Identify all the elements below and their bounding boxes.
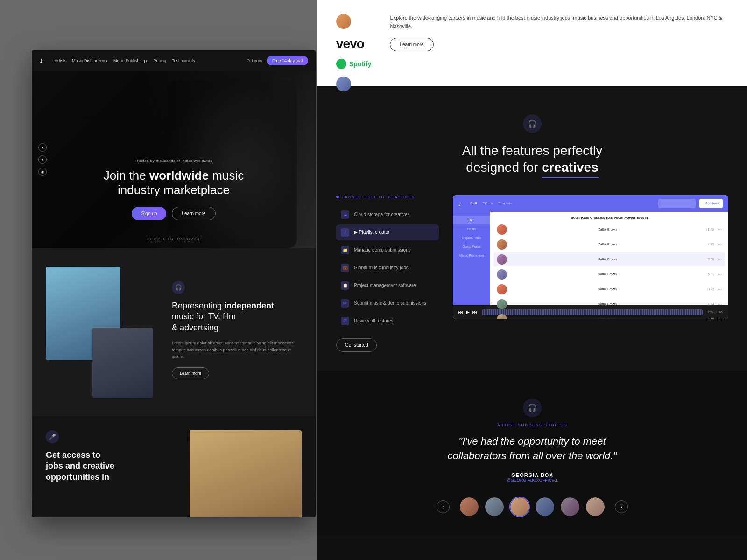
nav-right: ⊙ Login Free 14 day trial	[247, 56, 308, 65]
table-row[interactable]: Kathy Brown 3:22 •••	[494, 282, 725, 296]
track-options-1[interactable]: •••	[718, 227, 722, 231]
artist-avatar-6[interactable]	[585, 497, 606, 517]
hero-buttons: Sign up Learn more	[32, 207, 316, 220]
trial-button[interactable]: Free 14 day trial	[267, 56, 308, 65]
track-time-6: 4:44	[708, 302, 714, 306]
hero-section: ✕ f ◉ Trusted by thousands of indies wor…	[32, 71, 316, 248]
represent-learn-button[interactable]: Learn more	[172, 367, 209, 379]
sidebar-filters[interactable]: Filters	[453, 224, 490, 233]
table-row[interactable]: Kathy Brown 5:01 •••	[494, 267, 725, 281]
artist-stories-label: ARTIST SUCCESS STORIES	[336, 423, 728, 427]
avatar-image-1	[460, 497, 479, 516]
feature-jobs[interactable]: 💼 Global music industry jobs	[336, 260, 439, 276]
spotify-icon	[336, 59, 346, 69]
nav-testimonials[interactable]: Testimonials	[172, 58, 195, 63]
track-time-2: 4:12	[708, 243, 714, 246]
testimonial-quote: "I've had the opportunity to meet collab…	[439, 434, 626, 463]
track-time-3: 3:58	[708, 258, 714, 261]
hero-title: Join the worldwide musicindustry marketp…	[32, 168, 316, 197]
app-logo: ♪	[458, 200, 462, 207]
features-icon: 🎧	[523, 114, 542, 133]
login-link[interactable]: ⊙ Login	[247, 58, 262, 63]
feature-demos[interactable]: 📁 Manage demo submissions	[336, 242, 439, 258]
sidebar-music[interactable]: Music Promotion	[453, 251, 490, 260]
playlist-icon: ♪	[341, 228, 349, 237]
nav-pricing[interactable]: Pricing	[153, 58, 166, 63]
next-testimonial[interactable]: ›	[615, 500, 628, 513]
track-options-5[interactable]: •••	[718, 287, 722, 291]
sidebar-opportunities[interactable]: Opportunities	[453, 233, 490, 242]
testimonial-author: GEORGIA BOX @GEORGIABOXOFFICIAL	[336, 472, 728, 483]
logo-row-vevo: vevo	[336, 36, 364, 51]
photo-guitarist	[92, 328, 153, 398]
jobs-content: 🎤 Get access tojobs and creativeopportun…	[46, 430, 180, 517]
artist-avatar-2[interactable]	[484, 497, 505, 517]
represent-section: 🎧 Representing independentmusic for TV, …	[32, 248, 316, 416]
track-options-4[interactable]: •••	[718, 272, 722, 276]
app-nav-filters[interactable]: Filters	[483, 201, 493, 205]
app-search[interactable]	[658, 199, 696, 208]
trusted-text: Trusted by thousands of indies worldwide	[32, 159, 316, 163]
feature-submit[interactable]: ✉ Submit music & demo submissions	[336, 295, 439, 311]
track-avatar-3	[497, 254, 507, 265]
app-body: Deft Filters Opportunities Guest Portal …	[453, 212, 728, 305]
track-time-1: 3:45	[708, 228, 714, 231]
table-row[interactable]: Kathy Brown 4:12 •••	[494, 238, 725, 252]
pause-button[interactable]: ▶	[466, 309, 470, 315]
track-name-4: Kathy Brown	[511, 273, 704, 276]
jobs-photo	[190, 430, 302, 517]
vevo-logo: vevo	[336, 36, 364, 51]
app-action-button[interactable]: + Add track	[699, 199, 723, 208]
feature-project[interactable]: 📋 Project management software	[336, 278, 439, 294]
nav-publishing[interactable]: Music Publishing	[113, 58, 148, 63]
feature-playlist[interactable]: ♪ ▶ Playlist creator	[336, 224, 439, 240]
packed-label: PACKED FULL OF FEATURES	[336, 195, 439, 199]
logo-row-spotify: Spotify	[336, 59, 371, 69]
track-time-7: 3:15	[708, 317, 714, 319]
prev-testimonial[interactable]: ‹	[437, 500, 450, 513]
app-nav-playlists[interactable]: Playlists	[498, 201, 512, 205]
right-top-text: Explore the wide-ranging careers in musi…	[390, 9, 728, 77]
artist-avatar-4[interactable]	[535, 497, 555, 517]
avatar-partner-1	[336, 14, 351, 29]
logo-row-2	[336, 77, 351, 91]
track-options-7[interactable]: •••	[718, 317, 722, 319]
right-learn-button[interactable]: Learn more	[390, 38, 433, 51]
features-ui: PACKED FULL OF FEATURES ☁ Cloud storage …	[336, 195, 728, 352]
sidebar-guest[interactable]: Guest Portal	[453, 242, 490, 251]
artist-avatar-1[interactable]	[459, 497, 479, 517]
right-panel: vevo Spotify Explore the wide-ranging ca…	[317, 0, 747, 560]
feature-review[interactable]: ☑ Review all features	[336, 313, 439, 329]
track-title: Soul, R&B Classics (US Vocal Powerhouse)	[494, 216, 725, 220]
table-row[interactable]: Kathy Brown 3:45 •••	[494, 223, 725, 237]
play-button[interactable]: ⏮	[458, 309, 463, 315]
jobs-section: 🎤 Get access tojobs and creativeopportun…	[32, 416, 316, 517]
feature-cloud[interactable]: ☁ Cloud storage for creatives	[336, 207, 439, 223]
artist-avatars	[459, 497, 606, 517]
signup-button[interactable]: Sign up	[132, 207, 166, 220]
artist-avatar-5[interactable]	[560, 497, 580, 517]
player-controls: ⏮ ▶ ⏭	[458, 309, 477, 315]
sidebar-deft[interactable]: Deft	[453, 216, 490, 224]
get-started-button[interactable]: Get started	[336, 338, 377, 352]
table-row[interactable]: Kathy Brown 3:58 •••	[494, 252, 725, 266]
right-top-section: vevo Spotify Explore the wide-ranging ca…	[317, 0, 747, 86]
skip-button[interactable]: ⏭	[472, 309, 477, 315]
artist-avatar-3[interactable]	[509, 497, 530, 517]
track-name-2: Kathy Brown	[511, 243, 704, 246]
nav-artists[interactable]: Artists	[55, 58, 66, 63]
represent-description: Lorem ipsum dolor sit amet, consectetur …	[172, 340, 302, 360]
feature-submit-text: Submit music & demo submissions	[354, 301, 426, 306]
represent-icon: 🎧	[172, 281, 185, 294]
app-nav: Deft Filters Playlists	[470, 201, 512, 205]
track-options-3[interactable]: •••	[718, 257, 722, 261]
nav-distribution[interactable]: Music Distribution	[72, 58, 108, 63]
author-handle: @GEORGIABOXOFFICIAL	[336, 478, 728, 483]
twitter-icon[interactable]: ✕	[38, 143, 47, 152]
app-nav-deft[interactable]: Deft	[470, 201, 477, 205]
avatar-image-2	[485, 497, 504, 516]
hero-learn-button[interactable]: Learn more	[172, 207, 215, 220]
track-options-2[interactable]: •••	[718, 242, 722, 246]
track-options-6[interactable]: •••	[718, 302, 722, 306]
testimonials-icon: 🎧	[523, 399, 542, 417]
